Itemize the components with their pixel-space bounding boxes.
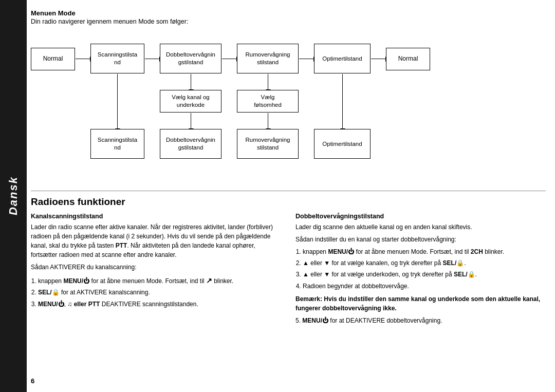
dbl-step4: Radioen begynder at dobbeltovervåge.	[303, 282, 546, 291]
arrow-valgfolsom-rum2	[268, 113, 268, 128]
kanal-step1: knappen MENU/⏻ for at åbne menuen Mode. …	[38, 275, 281, 286]
bottom-sections: Kanalscanningstilstand Lader din radio s…	[31, 213, 546, 328]
sidebar-language-label: Dansk	[7, 176, 20, 215]
kanal-para1: Lader din radio scanne efter aktive kana…	[31, 222, 281, 259]
dbl-step2: ▲ eller ▼ for at vælge kanalen, og tryk …	[303, 258, 546, 268]
menu-mode-title: Menuen Mode	[31, 9, 546, 17]
flow-box-valgfolsom: Vælgfølsomhed	[237, 90, 299, 113]
kanal-title: Kanalscanningstilstand	[31, 213, 281, 220]
dbl-step3: ▲ eller ▼ for at vælge underkoden, og tr…	[303, 270, 546, 279]
arrow-rum1-valgfolsom	[268, 74, 268, 89]
flow-diagram: Normal Scanningstilstand Dobbeltovervågn…	[31, 32, 546, 181]
flow-box-opt1: Optimertilstand	[314, 44, 371, 73]
dbl-para2: Sådan indstiller du en kanal og starter …	[295, 235, 546, 244]
flow-box-opt2: Optimertilstand	[314, 129, 371, 159]
kanal-step2: SEL/🔒 for at AKTIVERE kanalscanning.	[38, 288, 281, 297]
dbl-warning: Bemærk: Hvis du indstiller den samme kan…	[295, 294, 546, 313]
flow-box-scan1: Scanningstilstand	[90, 44, 144, 73]
flow-box-dbl2: Dobbeltovervågningstilstand	[160, 129, 221, 159]
kanal-step3: MENU/⏻, ♫ eller PTT DEAKTIVERE scannings…	[38, 300, 281, 309]
menu-mode-subtitle: Din radio navigerer igennem menuen Mode …	[31, 18, 546, 25]
flow-box-normal1: Normal	[31, 48, 75, 70]
arrow-opt1-normal2	[371, 59, 385, 59]
main-content: Menuen Mode Din radio navigerer igennem …	[31, 9, 546, 383]
dbl-step5: 5. MENU/⏻ for at DEAKTIVERE dobbeltoverv…	[295, 316, 546, 325]
dbl-step1: knappen MENU/⏻ for at åbne menuen Mode. …	[303, 247, 546, 257]
arrow-scan1-scan2	[117, 74, 118, 128]
flow-box-normal2: Normal	[386, 48, 430, 70]
radioens-title: Radioens funktioner	[31, 196, 546, 208]
arrow-scan1-dbl1	[145, 59, 159, 59]
flow-box-rum2: Rumovervågningstilstand	[237, 129, 299, 159]
dbl-title: Dobbeltovervågningstilstand	[295, 213, 546, 220]
dbl-steps: knappen MENU/⏻ for at åbne menuen Mode. …	[295, 247, 546, 291]
flow-box-rum1: Rumovervågningstilstand	[237, 44, 299, 73]
arrow-dbl1-valgkanal	[191, 74, 191, 89]
arrow-valgkanal-dbl2	[191, 113, 191, 128]
left-section: Kanalscanningstilstand Lader din radio s…	[31, 213, 281, 328]
arrow-normal1-scan1	[76, 59, 90, 59]
right-section: Dobbeltovervågningstilstand Lader dig sc…	[295, 213, 546, 328]
dbl-para1: Lader dig scanne den aktuelle kanal og e…	[295, 222, 546, 232]
sidebar: Dansk	[0, 0, 27, 392]
flow-box-valgkanal: Vælg kanal ogunderkode	[160, 90, 221, 113]
kanal-para2: Sådan AKTIVERER du kanalscanning:	[31, 263, 281, 272]
kanal-steps: knappen MENU/⏻ for at åbne menuen Mode. …	[31, 275, 281, 309]
divider	[31, 191, 546, 191]
flow-box-scan2: Scanningstilstand	[90, 129, 144, 159]
flow-box-dbl1: Dobbeltovervågningstilstand	[160, 44, 221, 73]
arrow-opt1-opt2	[342, 74, 343, 128]
arrow-dbl1-rum1	[222, 59, 236, 59]
arrow-rum1-opt1	[299, 59, 313, 59]
